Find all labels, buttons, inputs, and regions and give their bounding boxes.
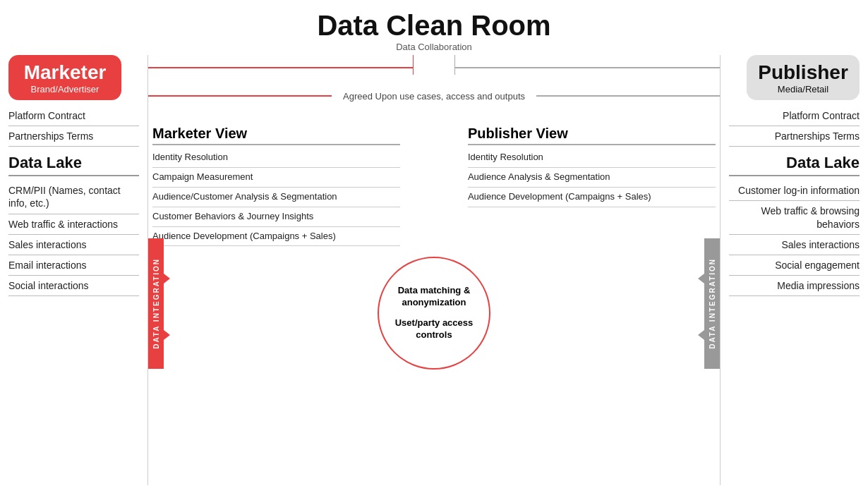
publisher-partnerships-terms: Partnerships Terms xyxy=(729,126,860,147)
pv-item-0: Identity Resolution xyxy=(468,148,716,168)
arrow-left-top xyxy=(698,274,704,283)
publisher-badge: Publisher Media/Retail xyxy=(747,55,860,100)
marketer-item-0: CRM/PII (Names, contact info, etc.) xyxy=(8,181,139,214)
contracts-area: Agreed Upon use cases, access and output… xyxy=(148,55,720,126)
publisher-role-title: Publisher xyxy=(758,62,848,84)
marketer-partnerships-terms: Partnerships Terms xyxy=(8,126,139,147)
mv-item-0: Identity Resolution xyxy=(152,148,400,168)
publisher-item-0: Customer log-in information xyxy=(729,181,860,201)
marketer-item-3: Email interactions xyxy=(8,255,139,276)
arrow-right-top xyxy=(164,274,170,283)
partnerships-terms-row: Agreed Upon use cases, access and output… xyxy=(148,83,720,109)
marketer-role-sub: Brand/Advertiser xyxy=(20,84,110,94)
agreed-upon-text: Agreed Upon use cases, access and output… xyxy=(332,91,536,102)
pv-item-2: Audience Development (Campaigns + Sales) xyxy=(468,188,716,207)
marketer-item-1: Web traffic & interactions xyxy=(8,214,139,235)
mv-item-4: Audience Development (Campaigns + Sales) xyxy=(152,227,400,247)
publisher-role-sub: Media/Retail xyxy=(758,84,848,94)
data-integration-bar-right: DATA INTEGRATION xyxy=(704,238,720,369)
platform-line-right xyxy=(455,67,720,68)
publisher-item-4: Media impressions xyxy=(729,276,860,296)
page-title: Data Clean Room xyxy=(0,10,868,42)
views-area: Marketer View Identity Resolution Campai… xyxy=(148,126,720,478)
platform-line-left xyxy=(148,67,413,68)
circle-text2: Uset/party access controls xyxy=(390,317,478,341)
body-grid: Marketer Brand/Advertiser Platform Contr… xyxy=(0,55,868,485)
page-subtitle: Data Collaboration xyxy=(0,42,868,52)
publisher-platform-contract: Platform Contract xyxy=(729,106,860,126)
right-panel-publisher: Publisher Media/Retail Platform Contract… xyxy=(720,55,868,485)
marketer-view-title: Marketer View xyxy=(152,126,400,145)
publisher-item-2: Sales interactions xyxy=(729,235,860,255)
page-header: Data Clean Room Data Collaboration xyxy=(0,0,868,52)
marketer-item-4: Social interactions xyxy=(8,276,139,296)
marketer-badge-wrap: Marketer Brand/Advertiser xyxy=(8,55,139,106)
publisher-item-1: Web traffic & browsing behaviors xyxy=(729,201,860,234)
platform-line-bracket xyxy=(413,55,455,75)
marketer-item-2: Sales interactions xyxy=(8,235,139,255)
mv-item-1: Campaign Measurement xyxy=(152,168,400,188)
publisher-view-title: Publisher View xyxy=(468,126,716,145)
circle-text1: Data matching & anonymization xyxy=(390,285,478,309)
marketer-view-section: Marketer View Identity Resolution Campai… xyxy=(152,126,400,478)
partnerships-line-left xyxy=(148,95,332,97)
publisher-data-lake-title: Data Lake xyxy=(729,154,860,176)
arrow-right-bottom xyxy=(164,330,170,340)
dcr-circle: Data matching & anonymization Uset/party… xyxy=(378,257,490,370)
center-panel: Agreed Upon use cases, access and output… xyxy=(148,55,720,485)
marketer-platform-contract: Platform Contract xyxy=(8,106,139,126)
publisher-view-section: Publisher View Identity Resolution Audie… xyxy=(468,126,716,478)
mv-item-2: Audience/Customer Analysis & Segmentatio… xyxy=(152,188,400,207)
di-label-right: DATA INTEGRATION xyxy=(709,258,716,349)
marketer-role-title: Marketer xyxy=(20,62,110,84)
arrow-left-bottom xyxy=(698,330,704,340)
platform-contract-row xyxy=(148,55,720,80)
mv-item-3: Customer Behaviors & Journey Insights xyxy=(152,207,400,227)
page-wrapper: Data Clean Room Data Collaboration Marke… xyxy=(0,0,868,488)
di-label-left: DATA INTEGRATION xyxy=(152,258,160,349)
partnerships-line-right xyxy=(536,95,720,97)
pv-item-1: Audience Analysis & Segmentation xyxy=(468,168,716,188)
left-panel-marketer: Marketer Brand/Advertiser Platform Contr… xyxy=(0,55,148,485)
publisher-item-3: Social engagement xyxy=(729,255,860,276)
data-integration-bar-left: DATA INTEGRATION xyxy=(148,238,164,369)
marketer-data-lake-title: Data Lake xyxy=(8,154,139,176)
publisher-badge-wrap: Publisher Media/Retail xyxy=(729,55,860,106)
marketer-badge: Marketer Brand/Advertiser xyxy=(8,55,121,100)
